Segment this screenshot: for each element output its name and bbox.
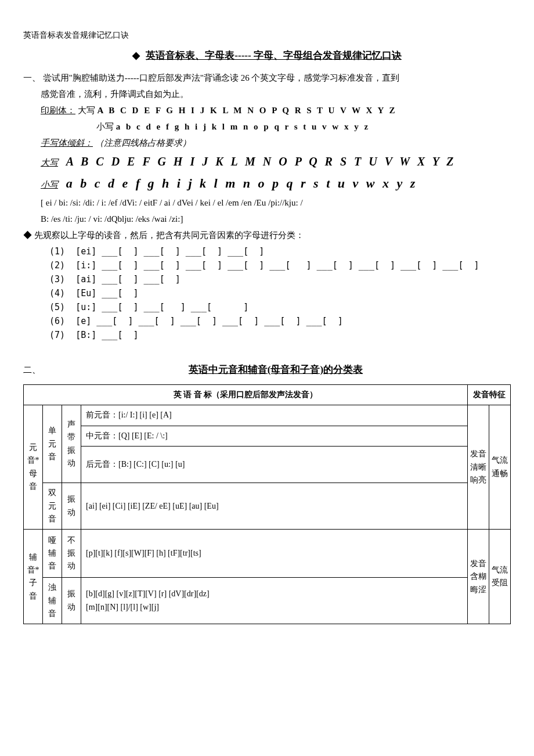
- title-diamond-icon: ◆: [132, 50, 140, 61]
- table-row: 浊辅音 振动 [b][d][g] [v][z][T][V] [r] [dV][d…: [24, 578, 511, 624]
- diph-vibrate-cell: 振动: [62, 483, 81, 530]
- front-vowel-cell: 前元音：[i:/ I:] [i] [e] [A]: [81, 405, 468, 426]
- voiceless-cons-cell: [p][t][k] [f][s][W][F] [h] [tF][tr][ts]: [81, 530, 468, 578]
- page-header-small: 英语音标表发音规律记忆口诀: [23, 29, 511, 42]
- back-vowel-cell: 后元音：[B:] [C:] [C] [u:] [u]: [81, 447, 468, 483]
- table-row: 双元音 振动 [ai] [ei] [Ci] [iE] [ZE/ eE] [uE]…: [24, 483, 511, 530]
- print-upper-label: 大写: [78, 106, 98, 115]
- hand-lower-label: 小写: [41, 180, 58, 189]
- cons-feature-1: 发音含糊晦涩: [468, 530, 489, 624]
- table-row: 元音*母音 单元音 声带振动 前元音：[i:/ I:] [i] [e] [A] …: [24, 405, 511, 426]
- diamond-icon: ◆: [23, 231, 32, 240]
- mid-vowel-cell: 中元音：[Q] [E] [E: / \:]: [81, 426, 468, 446]
- diph-vowel-cell: 双元音: [43, 483, 62, 530]
- voiced-cons-cell: [b][d][g] [v][z][T][V] [r] [dV][dr][dz] …: [81, 578, 468, 624]
- section-2-header: 二、 英语中元音和辅音(母音和子音)的分类表: [23, 354, 511, 382]
- section-2-number: 二、: [23, 363, 41, 377]
- print-lower-label: 小写: [96, 122, 116, 131]
- mono-vowel-cell: 单元音: [43, 405, 62, 483]
- observe-row: ◆ 先观察以上字母的读音，然后，把含有共同元音因素的字母进行分类：: [23, 228, 511, 242]
- hand-upper-label: 大写: [41, 158, 58, 167]
- classify-row-5: (5) [u:] ___[ ] ___[ ] ___[ ]: [23, 300, 511, 314]
- cons-feature-2: 气流受阻: [489, 530, 511, 624]
- table-header-main: 英 语 音 标（采用口腔后部发声法发音）: [24, 384, 468, 405]
- observe-text: 先观察以上字母的读音，然后，把含有共同元音因素的字母进行分类：: [34, 231, 304, 240]
- no-vibrate-cell: 不振动: [62, 530, 81, 578]
- handwriting-row: 手写体倾斜： （注意四线格占格要求）: [23, 136, 511, 150]
- section-1-number: 一、: [23, 73, 41, 82]
- table-row: 中元音：[Q] [E] [E: / \:]: [24, 426, 511, 446]
- vowel-group-cell: 元音*母音: [24, 405, 43, 530]
- voiceless-cell: 哑辅音: [43, 530, 62, 578]
- table-row: 后元音：[B:] [C:] [C] [u:] [u]: [24, 447, 511, 483]
- table-header-right: 发音特征: [468, 384, 511, 405]
- hand-lower-row: 小写 a b c d e f g h i j k l m n o p q r s…: [23, 173, 511, 193]
- hand-lower-letters: a b c d e f g h i j k l m n o p q r s t …: [66, 176, 418, 190]
- classify-row-4: (4) [Eu] ___[ ]: [23, 286, 511, 300]
- classify-row-2: (2) [i:] ___[ ] ___[ ] ___[ ] ___[ ] ___…: [23, 258, 511, 272]
- vibrate-cell: 振动: [62, 578, 81, 624]
- classify-row-7: (7) [B:] ___[ ]: [23, 328, 511, 342]
- section-1: 一、 尝试用"胸腔辅助送力-----口腔后部发声法"背诵念读 26 个英文字母，…: [23, 71, 511, 85]
- print-upper-letters: A B C D E F G H I J K L M N O P Q R S T …: [98, 106, 397, 115]
- hand-upper-row: 大写 A B C D E F G H I J K L M N O P Q R S…: [23, 152, 511, 171]
- vowel-feature-2: 气流通畅: [489, 405, 511, 530]
- table-row: 辅音*子音 哑辅音 不振动 [p][t][k] [f][s][W][F] [h]…: [24, 530, 511, 578]
- hand-note: （注意四线格占格要求）: [95, 138, 191, 147]
- diphthong-cell: [ai] [ei] [Ci] [iE] [ZE/ eE] [uE] [au] […: [81, 483, 468, 530]
- print-lower-row: 小写 a b c d e f g h i j k l m n o p q r s…: [23, 120, 511, 134]
- title-text: 英语音标表、字母表----- 字母、字母组合发音规律记忆口诀: [146, 50, 402, 61]
- table-header-row: 英 语 音 标（采用口腔后部发声法发音） 发音特征: [24, 384, 511, 405]
- main-title: ◆ 英语音标表、字母表----- 字母、字母组合发音规律记忆口诀: [23, 48, 511, 63]
- section-2-title: 英语中元音和辅音(母音和子音)的分类表: [41, 362, 511, 377]
- phonetic-line-1: [ ei / bi: /si: /di: / i: /ef /dVi: / ei…: [23, 196, 511, 210]
- phonetic-line-2: B: /es /ti: /ju: / vi: /dQblju: /eks /wa…: [23, 212, 511, 226]
- print-lower-letters: a b c d e f g h i j k l m n o p q r s t …: [116, 122, 370, 131]
- classify-row-1: (1) [ei] ___[ ] ___[ ] ___[ ] ___[ ]: [23, 244, 511, 258]
- section-1-line1: 尝试用"胸腔辅助送力-----口腔后部发声法"背诵念读 26 个英文字母，感觉学…: [43, 73, 400, 82]
- classify-row-6: (6) [e] ___[ ] ___[ ] ___[ ] ___[ ] ___[…: [23, 314, 511, 328]
- print-label: 印刷体：: [41, 106, 75, 115]
- hand-upper-letters: A B C D E F G H I J K L M N O P Q R S T …: [66, 155, 456, 168]
- voiced-cons-line1: [b][d][g] [v][z][T][V] [r] [dV][dr][dz]: [86, 588, 465, 600]
- consonant-group-cell: 辅音*子音: [24, 530, 43, 624]
- classify-row-3: (3) [ai] ___[ ] ___[ ]: [23, 272, 511, 286]
- print-upper-row: 印刷体： 大写 A B C D E F G H I J K L M N O P …: [23, 103, 511, 117]
- vowel-feature-1: 发音清晰响亮: [468, 405, 489, 530]
- phonetics-table: 英 语 音 标（采用口腔后部发声法发音） 发音特征 元音*母音 单元音 声带振动…: [23, 384, 511, 625]
- voiced-cell: 浊辅音: [43, 578, 62, 624]
- section-1-line2: 感觉音准，流利，升降调式自如为止。: [23, 87, 511, 101]
- hand-label: 手写体倾斜：: [41, 138, 93, 147]
- vocal-vibrate-cell: 声带振动: [62, 405, 81, 483]
- voiced-cons-line2: [m][n][N] [l]/[l] [w][j]: [86, 601, 465, 614]
